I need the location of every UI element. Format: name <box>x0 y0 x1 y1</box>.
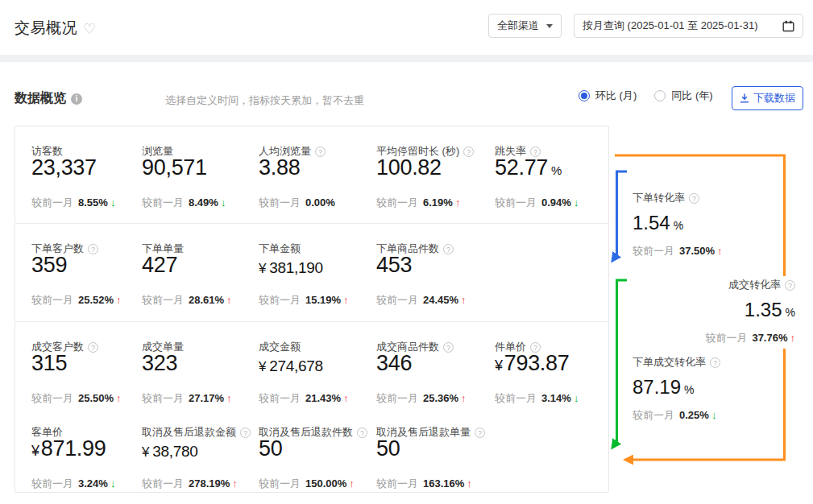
conversion-change: 较前一月37.76%↑ <box>705 331 795 345</box>
trend-up-arrow-icon: ↑ <box>461 392 467 404</box>
metric-value: 346 <box>376 351 412 376</box>
conversion-label: 成交转化率? <box>705 278 795 292</box>
date-range-picker[interactable]: 按月查询 (2025-01-01 至 2025-01-31) <box>574 14 803 38</box>
metric-change: 较前一月150.00%↑ <box>259 477 355 491</box>
help-icon[interactable]: ? <box>710 357 720 368</box>
radio-label: 同比 (年) <box>671 89 712 103</box>
metric-change: 较前一月163.16%↑ <box>376 477 472 491</box>
metric-value: 50 <box>376 436 400 461</box>
trend-up-arrow-icon: ↑ <box>467 477 472 490</box>
help-icon[interactable]: ? <box>88 342 98 353</box>
trend-up-arrow-icon: ↑ <box>455 196 461 209</box>
header-divider <box>0 55 813 62</box>
metric-change: 较前一月0.94%↓ <box>495 196 579 210</box>
help-icon[interactable]: ? <box>443 342 454 353</box>
metric-change: 较前一月6.19%↑ <box>376 196 460 210</box>
metric-value: 3.88 <box>259 155 300 180</box>
metric-change: 较前一月25.52%↑ <box>31 293 122 308</box>
conversion-deal-rate: 成交转化率?1.35%较前一月37.76%↑ <box>697 276 795 349</box>
trend-down-arrow-icon: ↓ <box>110 196 116 209</box>
metric-value: 453 <box>376 253 412 278</box>
trend-up-arrow-icon: ↑ <box>116 294 122 306</box>
date-range-value: 按月查询 (2025-01-01 至 2025-01-31) <box>583 19 758 33</box>
metric-value: 323 <box>142 351 177 376</box>
calendar-icon <box>782 20 794 32</box>
metrics-panel: 访客数23,337较前一月8.55%↓浏览量90,571较前一月8.49%↓人均… <box>15 126 609 493</box>
conversion-value: 1.54% <box>633 212 723 234</box>
trend-down-arrow-icon: ↓ <box>574 392 579 404</box>
metric-value: 50 <box>259 436 282 461</box>
help-icon[interactable]: ? <box>443 244 454 254</box>
metric-change: 较前一月24.45%↑ <box>376 293 467 308</box>
trend-up-arrow-icon: ↑ <box>790 332 796 344</box>
help-icon[interactable]: ? <box>463 147 474 157</box>
bracket-order-rate-blue <box>612 171 627 261</box>
trend-down-arrow-icon: ↓ <box>574 196 579 209</box>
conversion-change: 较前一月37.50%↑ <box>633 244 723 258</box>
trend-up-arrow-icon: ↑ <box>461 294 467 306</box>
metric-value: 100.82 <box>376 155 442 180</box>
metric-label: 取消及售后退款金额? <box>142 425 251 440</box>
metrics-row: 下单客户数?359较前一月25.52%↑下单单量427较前一月28.61%↑下单… <box>15 223 608 322</box>
trend-up-arrow-icon: ↑ <box>349 477 355 490</box>
page-title: 交易概况♡ <box>15 18 97 39</box>
metrics-row: 成交客户数?315较前一月25.50%↑成交单量323较前一月27.17%↑成交… <box>15 321 608 408</box>
conversion-order-rate: 下单转化率?1.54%较前一月37.50%↑ <box>633 191 723 258</box>
metric-change: 较前一月25.50%↑ <box>31 391 122 406</box>
conversion-value: 1.35% <box>705 299 795 321</box>
section-hint: 选择自定义时间，指标按天累加，暂不去重 <box>165 93 364 108</box>
metric-change: 较前一月28.61%↑ <box>142 293 232 308</box>
top-header: 交易概况♡ 全部渠道 按月查询 (2025-01-01 至 2025-01-31… <box>0 0 813 55</box>
trend-down-arrow-icon: ↓ <box>711 409 717 421</box>
compare-mode-radio[interactable]: 环比 (月) <box>579 89 637 103</box>
trend-up-arrow-icon: ↑ <box>226 392 232 404</box>
metric-change: 较前一月278.19%↑ <box>142 477 238 491</box>
compare-mode-group: 环比 (月)同比 (年) <box>579 89 731 103</box>
metric-value: 90,571 <box>142 155 207 180</box>
help-icon[interactable]: ? <box>785 280 795 291</box>
download-data-button[interactable]: 下载数据 <box>732 86 803 110</box>
trend-down-arrow-icon: ↓ <box>110 477 116 490</box>
metrics-row: 客单价¥871.99较前一月3.24%↓取消及售后退款金额?¥38,780较前一… <box>15 407 608 494</box>
conversion-label: 下单成交转化率? <box>633 355 720 370</box>
metric-change: 较前一月15.19%↑ <box>259 293 349 308</box>
metric-change: 较前一月0.00% <box>259 196 335 210</box>
metric-change: 较前一月8.49%↓ <box>142 196 226 210</box>
trend-down-arrow-icon: ↓ <box>221 196 226 209</box>
download-button-label: 下载数据 <box>753 91 795 105</box>
conversion-order-deal-rate: 下单成交转化率?87.19%较前一月0.25%↓ <box>633 355 720 423</box>
metric-value: ¥38,780 <box>142 443 197 461</box>
bracket-order-deal-rate-green <box>612 280 627 448</box>
metric-value: 23,337 <box>31 155 97 180</box>
radio-icon <box>654 90 666 101</box>
compare-mode-radio[interactable]: 同比 (年) <box>654 89 712 103</box>
metric-change: 较前一月27.17%↑ <box>142 391 232 406</box>
trend-up-arrow-icon: ↑ <box>226 294 232 306</box>
trend-up-arrow-icon: ↑ <box>116 392 122 404</box>
radio-label: 环比 (月) <box>595 89 637 103</box>
metric-change: 较前一月8.55%↓ <box>31 196 115 210</box>
download-icon <box>740 93 749 103</box>
metric-change: 较前一月21.43%↑ <box>259 391 349 406</box>
metric-value: 315 <box>31 351 67 376</box>
metric-change: 较前一月25.36%↑ <box>376 391 467 406</box>
metrics-row: 访客数23,337较前一月8.55%↓浏览量90,571较前一月8.49%↓人均… <box>15 126 608 223</box>
conversion-value: 87.19% <box>633 376 720 399</box>
help-icon[interactable]: ? <box>475 428 485 438</box>
help-icon[interactable]: ? <box>88 244 98 254</box>
conversion-label: 下单转化率? <box>633 191 723 205</box>
help-icon[interactable]: ? <box>315 147 326 157</box>
channel-dropdown-value: 全部渠道 <box>497 19 539 33</box>
metric-value: 52.77% <box>495 155 562 180</box>
radio-icon <box>579 90 590 101</box>
section-title: 数据概览i <box>15 90 82 107</box>
metric-value: 359 <box>31 253 67 278</box>
help-icon[interactable]: ? <box>357 428 367 438</box>
channel-dropdown[interactable]: 全部渠道 <box>488 14 562 38</box>
favorite-heart-icon[interactable]: ♡ <box>83 20 97 38</box>
help-icon[interactable]: ? <box>240 428 251 438</box>
trend-up-arrow-icon: ↑ <box>343 294 349 306</box>
help-icon[interactable]: ? <box>689 193 699 204</box>
trend-up-arrow-icon: ↑ <box>717 245 723 257</box>
metric-value: ¥381,190 <box>259 259 323 277</box>
